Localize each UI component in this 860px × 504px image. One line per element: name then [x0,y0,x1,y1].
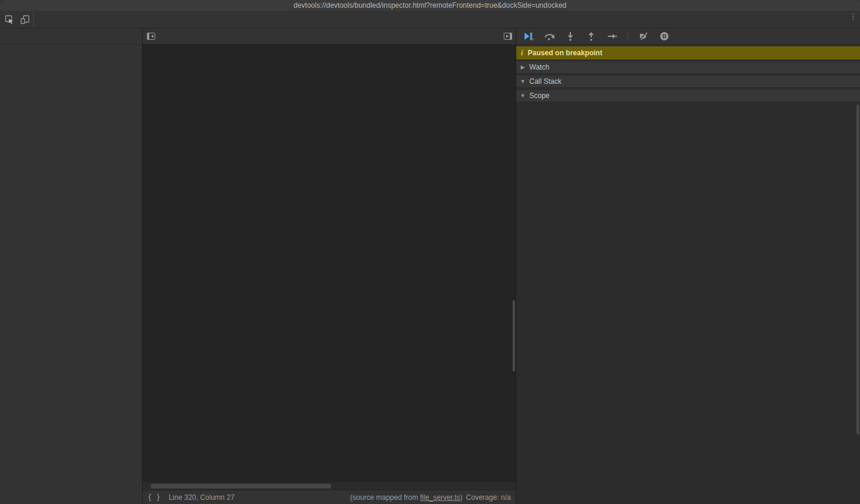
scope-section-header[interactable]: ▼ Scope [516,89,860,102]
editor-pane: { } Line 320, Column 27 (source mapped f… [143,29,516,504]
chevron-down-icon: ▼ [520,93,526,99]
paused-banner: i Paused on breakpoint [516,46,860,59]
coverage-status: Coverage: n/a [466,493,511,502]
chevron-down-icon: ▼ [520,78,526,84]
editor-horizontal-scrollbar[interactable] [143,481,516,490]
source-mapped-link[interactable]: file_server.ts [420,493,460,502]
pause-on-exceptions-icon[interactable] [659,31,670,42]
device-toolbar-icon[interactable] [20,15,30,24]
editor-status-bar: { } Line 320, Column 27 (source mapped f… [143,490,516,504]
debugger-vertical-scrollbar[interactable] [856,105,859,434]
show-debugger-icon[interactable] [500,29,516,44]
main-toolbar: ⋮ [0,11,860,29]
editor-vertical-scrollbar[interactable] [513,300,515,371]
inspect-element-icon[interactable] [5,15,14,24]
hide-navigator-icon[interactable] [143,29,159,44]
file-tree [0,45,142,504]
info-icon: i [521,49,523,58]
debugger-pane: i Paused on breakpoint ▶ Watch ▼ Call St… [516,29,860,504]
source-mapped-note: (source mapped from file_server.ts) [350,493,463,502]
deactivate-breakpoints-icon[interactable] [638,31,649,42]
more-options-icon[interactable]: ⋮ [849,15,855,18]
pretty-print-icon[interactable]: { } [147,493,161,502]
titlebar: devtools://devtools/bundled/inspector.ht… [0,0,860,11]
resume-icon[interactable] [523,31,534,42]
code-editor[interactable] [143,45,516,481]
watch-section-header[interactable]: ▶ Watch [516,61,860,74]
step-into-icon[interactable] [565,31,576,42]
navigator-pane [0,29,143,504]
call-stack-section-header[interactable]: ▼ Call Stack [516,75,860,88]
scope-tree [516,102,860,504]
chevron-right-icon: ▶ [520,64,526,70]
navigator-tabs [0,29,142,45]
cursor-position: Line 320, Column 27 [169,493,235,502]
paused-banner-text: Paused on breakpoint [528,49,602,57]
editor-tabstrip [143,29,516,45]
step-over-icon[interactable] [544,31,555,42]
window-title: devtools://devtools/bundled/inspector.ht… [0,1,860,10]
step-icon[interactable] [607,31,617,42]
debugger-toolbar [516,29,860,45]
step-out-icon[interactable] [586,31,597,42]
devtools-window: devtools://devtools/bundled/inspector.ht… [0,0,860,504]
